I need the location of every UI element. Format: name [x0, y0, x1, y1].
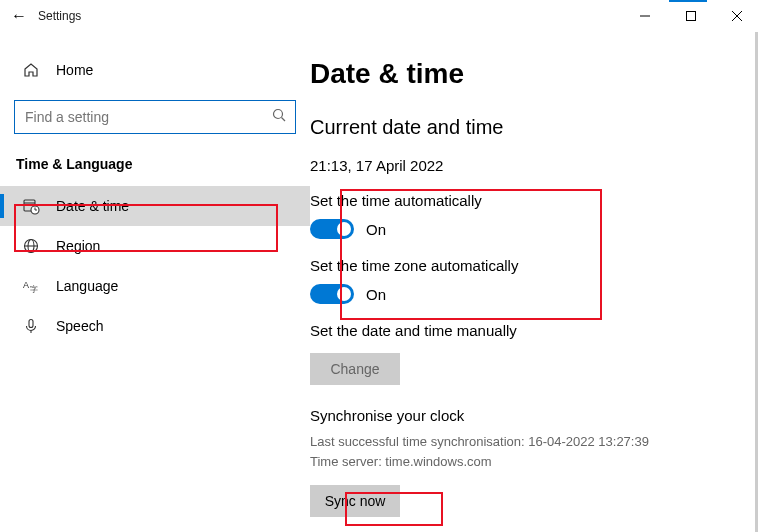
back-button[interactable]: ← [0, 7, 38, 25]
auto-time-label: Set the time automatically [310, 192, 760, 209]
scrollbar[interactable] [755, 32, 758, 532]
minimize-button[interactable] [622, 0, 668, 32]
home-icon [22, 61, 40, 79]
section-header: Time & Language [0, 156, 310, 186]
globe-icon [22, 237, 40, 255]
home-nav[interactable]: Home [0, 50, 310, 90]
auto-zone-toggle[interactable] [310, 284, 354, 304]
auto-time-toggle[interactable] [310, 219, 354, 239]
page-subheading: Current date and time [310, 116, 760, 139]
svg-text:字: 字 [30, 285, 38, 294]
sidebar: Home Time & Language Date & time Region … [0, 32, 310, 532]
svg-point-4 [274, 110, 283, 119]
svg-rect-16 [29, 320, 33, 328]
nav-label: Speech [56, 318, 103, 334]
auto-time-state: On [366, 221, 386, 238]
home-label: Home [56, 62, 93, 78]
sync-heading: Synchronise your clock [310, 407, 760, 424]
nav-label: Language [56, 278, 118, 294]
sync-last: Last successful time synchronisation: 16… [310, 432, 760, 452]
auto-zone-label: Set the time zone automatically [310, 257, 760, 274]
nav-label: Region [56, 238, 100, 254]
page-heading: Date & time [310, 58, 760, 90]
close-button[interactable] [714, 0, 760, 32]
search-input[interactable] [14, 100, 296, 134]
nav-speech[interactable]: Speech [0, 306, 310, 346]
calendar-clock-icon [22, 197, 40, 215]
change-button[interactable]: Change [310, 353, 400, 385]
search-icon [272, 108, 286, 125]
window-title: Settings [38, 9, 81, 23]
nav-region[interactable]: Region [0, 226, 310, 266]
current-datetime: 21:13, 17 April 2022 [310, 157, 760, 174]
svg-line-5 [282, 118, 286, 122]
main-panel: Date & time Current date and time 21:13,… [310, 32, 760, 532]
sync-now-button[interactable]: Sync now [310, 485, 400, 517]
auto-zone-state: On [366, 286, 386, 303]
svg-text:A: A [23, 280, 29, 290]
svg-rect-1 [687, 12, 696, 21]
nav-label: Date & time [56, 198, 129, 214]
language-icon: A字 [22, 277, 40, 295]
nav-date-time[interactable]: Date & time [0, 186, 310, 226]
nav-language[interactable]: A字 Language [0, 266, 310, 306]
maximize-button[interactable] [668, 0, 714, 32]
manual-label: Set the date and time manually [310, 322, 760, 339]
microphone-icon [22, 317, 40, 335]
sync-server: Time server: time.windows.com [310, 452, 760, 472]
